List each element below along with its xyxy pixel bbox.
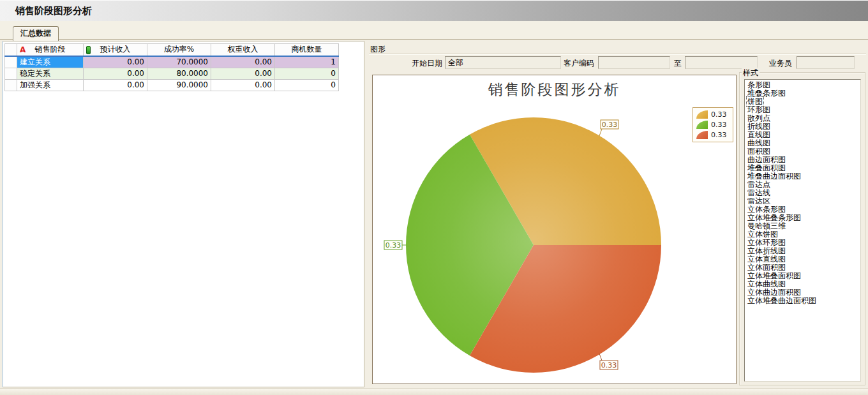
tab-strip: 汇总数据 [0,21,868,40]
cell-stage[interactable]: 建立关系 [17,56,84,68]
cell-weighted[interactable]: 0.00 [211,56,275,68]
cell-weighted[interactable]: 0.00 [211,79,275,91]
start-date-input[interactable] [445,56,561,69]
chart-style-listbox[interactable]: 条形图堆叠条形图饼图环形图散列点折线图直线图曲线图面积图曲边面积图堆叠面积图堆叠… [744,79,861,382]
cell-count[interactable]: 1 [275,56,339,68]
range-to-label: 至 [674,58,682,68]
slice-label: 0.33 [385,241,401,250]
legend-swatch-icon [696,131,708,139]
row-indicator-header [5,44,17,56]
page-title: 销售阶段图形分析 [15,5,92,17]
summary-grid-panel: A 销售阶段 预计收入 成功率% 权重收入 商机数量 建立关系 0.00 70.… [3,41,364,387]
column-header-label: 成功率% [164,45,194,54]
column-header-label: 权重收入 [228,45,258,54]
legend-value: 0.33 [711,131,727,139]
chart-legend: 0.33 0.33 0.33 [692,107,733,142]
legend-entry: 0.33 [696,110,730,119]
column-header-stage[interactable]: A 销售阶段 [17,44,84,56]
range-to-input[interactable] [685,56,758,69]
table-header-row: A 销售阶段 预计收入 成功率% 权重收入 商机数量 [5,44,339,56]
style-group-label: 样式 [742,68,760,78]
style-list-item[interactable]: 立体堆叠曲边面积图 [747,297,860,305]
style-list-item[interactable]: 堆叠条形图 [747,89,860,98]
customer-code-label: 客户编码 [564,58,594,68]
tab-summary-data[interactable]: 汇总数据 [13,26,59,41]
column-header-count[interactable]: 商机数量 [275,44,339,56]
table-row: 加强关系 0.00 90.0000 0.00 0 [5,79,339,91]
cell-expected[interactable]: 0.00 [84,68,147,79]
legend-entry: 0.33 [696,121,730,129]
label-leader-line [599,354,602,361]
legend-value: 0.33 [711,110,727,119]
slice-label: 0.33 [602,121,618,129]
window-title-bar: 销售阶段图形分析 [0,0,868,21]
cell-success[interactable]: 70.0000 [147,56,211,68]
salesman-input[interactable] [797,56,855,69]
legend-swatch-icon [696,110,708,119]
numeric-column-icon [86,46,91,54]
customer-code-input[interactable] [598,56,670,69]
column-header-label: 商机数量 [292,45,322,54]
chart-title: 销售阶段图形分析 [373,80,736,100]
cell-expected[interactable]: 0.00 [84,56,147,68]
cell-count[interactable]: 0 [275,68,339,79]
cell-expected[interactable]: 0.00 [84,79,147,91]
column-header-expected[interactable]: 预计收入 [84,44,147,56]
sales-stage-table: A 销售阶段 预计收入 成功率% 权重收入 商机数量 建立关系 0.00 70.… [4,43,339,91]
table-row: 建立关系 0.00 70.0000 0.00 1 [5,56,339,68]
cell-count[interactable]: 0 [275,79,339,91]
column-header-weighted[interactable]: 权重收入 [211,44,275,56]
label-leader-line [599,129,602,136]
cell-weighted[interactable]: 0.00 [211,68,275,79]
graph-group-separator [369,54,866,54]
column-header-label: 销售阶段 [35,45,66,54]
legend-value: 0.33 [711,121,727,129]
row-indicator[interactable] [5,79,17,91]
row-indicator[interactable] [5,68,17,79]
pie-shine-overlay [406,117,661,373]
start-date-label: 开始日期 [412,58,442,68]
legend-swatch-icon [696,121,708,129]
cell-success[interactable]: 80.0000 [147,68,211,79]
pie-chart-container: 0.33 0.33 0.33 销售阶段图形分析 0.33 0.33 0.33 [372,75,737,384]
cell-stage[interactable]: 加强关系 [17,79,84,91]
bottom-status-strip [0,388,868,395]
salesman-label: 业务员 [769,58,792,68]
column-header-success[interactable]: 成功率% [147,44,211,56]
column-header-label: 预计收入 [100,45,131,54]
text-column-icon: A [20,45,26,54]
cell-stage[interactable]: 稳定关系 [17,68,84,79]
legend-entry: 0.33 [696,131,730,139]
cell-success[interactable]: 90.0000 [147,79,211,91]
pie-chart: 0.33 0.33 0.33 [373,75,736,384]
table-row: 稳定关系 0.00 80.0000 0.00 0 [5,68,339,79]
slice-label: 0.33 [601,361,617,369]
row-indicator[interactable] [5,56,17,68]
